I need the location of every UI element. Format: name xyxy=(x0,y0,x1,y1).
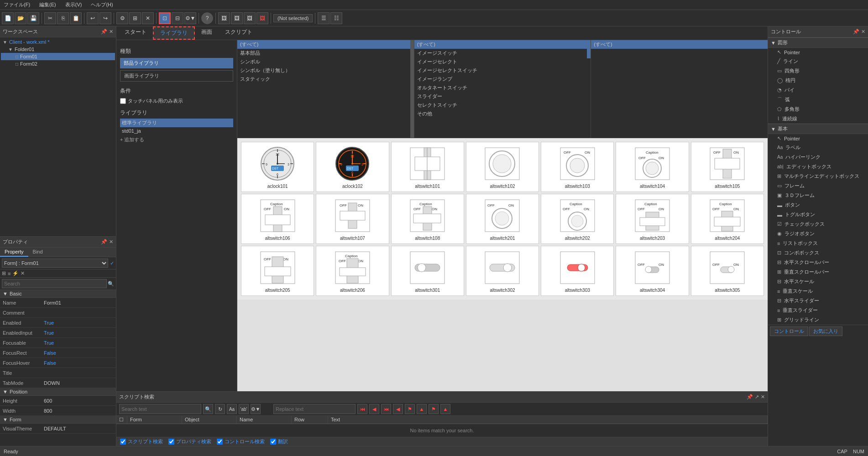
ctrl-ellipse[interactable]: ◯ 楕円 xyxy=(768,76,868,85)
lib-part-aclock102[interactable]: 12 3 6 9 DST xyxy=(316,142,389,192)
tb-redo[interactable]: ↪ xyxy=(99,12,111,24)
menu-file[interactable]: ファイル(F) xyxy=(2,0,32,9)
search-first-btn[interactable]: ⏮ xyxy=(357,404,367,414)
script-search-float[interactable]: ↗ xyxy=(755,394,759,400)
ctrl-basic-collapse[interactable]: ▼ xyxy=(771,126,776,132)
search-down-btn[interactable]: ▲ xyxy=(440,404,450,414)
tree-form02[interactable]: □ Form02 xyxy=(1,60,115,67)
tb-grid[interactable]: ⊞ xyxy=(129,12,141,24)
ctrl-togglebutton[interactable]: ▬ トグルボタン xyxy=(768,210,868,219)
tb-img4[interactable]: 🖼 xyxy=(256,12,268,24)
lib-screen-btn[interactable]: 画面ライブラリ xyxy=(120,70,233,82)
workspace-pin[interactable]: 📌 xyxy=(101,29,107,35)
tree-folder01[interactable]: ▼ Folder01 xyxy=(1,46,115,53)
ctrl-button[interactable]: ▬ ボタン xyxy=(768,200,868,210)
script-search-input[interactable] xyxy=(119,404,201,414)
search-prev-btn[interactable]: ◀ xyxy=(369,404,379,414)
prop-value-enabled[interactable]: True xyxy=(41,320,116,326)
search-filter-btn[interactable]: ⚑ xyxy=(429,404,439,414)
lib-col2-slider[interactable]: スライダー xyxy=(414,92,591,101)
check-trans[interactable]: 翻訳 xyxy=(270,438,288,445)
tb-lib1[interactable]: ⊡ xyxy=(159,12,171,24)
prop-icon-1[interactable]: ⊞ xyxy=(2,270,6,276)
ctrl-pie[interactable]: ◔ パイ xyxy=(768,85,868,95)
prop-group-form-collapse[interactable]: ▼ xyxy=(3,417,8,422)
lib-part-altswitch205[interactable]: OFF ON altswitch205 xyxy=(241,246,314,296)
ctrl-listbox[interactable]: ≡ リストボックス xyxy=(768,238,868,248)
prop-value-height[interactable]: 600 xyxy=(41,398,116,404)
lib-col2-imgswitch[interactable]: イメージスイッチ xyxy=(414,49,591,57)
ctrl-editbox[interactable]: ab| エディットボックス xyxy=(768,162,868,171)
ctrl-frame[interactable]: ▭ フレーム xyxy=(768,181,868,191)
lib-part-altswitch103[interactable]: OFF ON altswitch103 xyxy=(541,142,614,192)
check-prop-input[interactable] xyxy=(168,439,174,445)
lib-part-altswitch304[interactable]: OFF ON altswitch304 xyxy=(616,246,689,296)
lib-part-altswitch202[interactable]: Caption OFF ON altswitch202 xyxy=(541,194,614,244)
tb-settings[interactable]: ⚙ xyxy=(116,12,128,24)
lib-col2-alt[interactable]: オルタネートスイッチ xyxy=(414,83,591,92)
tab-screen[interactable]: 画面 xyxy=(195,26,219,40)
prop-icon-2[interactable]: ≡ xyxy=(8,271,10,276)
prop-value-focusable[interactable]: True xyxy=(41,340,116,346)
ctrl-hscale[interactable]: ⊟ 水平スケール xyxy=(768,277,868,286)
search-next-btn[interactable]: ◀ xyxy=(393,404,403,414)
lib-part-altswitch206[interactable]: Caption OFF ON altswitch206 xyxy=(316,246,389,296)
lib-std-item[interactable]: 標準ライブラリ xyxy=(120,119,233,127)
prop-tab-property[interactable]: Property xyxy=(0,248,28,257)
tb-layout2[interactable]: ☷ xyxy=(330,12,342,24)
ctrl-vscale[interactable]: ≡ 垂直スケール xyxy=(768,286,868,296)
search-mark-btn[interactable]: ⚑ xyxy=(405,404,415,414)
tb-cut[interactable]: ✂ xyxy=(44,12,56,24)
lib-col2-imgselectswitch[interactable]: イメージセレクトスイッチ xyxy=(414,66,591,75)
lib-add-button[interactable]: + 追加する xyxy=(120,136,233,143)
check-ctrl-input[interactable] xyxy=(217,439,223,445)
search-case-btn[interactable]: Aa xyxy=(227,404,237,414)
ctrl-label[interactable]: Aa ラベル xyxy=(768,143,868,152)
prop-value-enabledinput[interactable]: True xyxy=(41,330,116,336)
lib-part-altswitch104[interactable]: Caption OFF ON altswitch104 xyxy=(616,142,689,192)
tb-new[interactable]: 📄 xyxy=(2,12,14,24)
ctrl-arc[interactable]: ⌒ 弧 xyxy=(768,95,868,104)
lib-part-altswitch201[interactable]: OFF ON altswitch201 xyxy=(466,194,539,244)
controls-close[interactable]: ✕ xyxy=(861,29,865,35)
property-pin[interactable]: 📌 xyxy=(101,239,107,245)
tb-copy[interactable]: ⎘ xyxy=(57,12,69,24)
ctrl-pointer2[interactable]: ↖ Pointer xyxy=(768,134,868,143)
search-go-btn[interactable]: 🔍 xyxy=(203,404,213,414)
rbt-favorites[interactable]: お気に入り xyxy=(809,326,842,336)
lib-part-altswitch301[interactable]: altswitch301 xyxy=(391,246,464,296)
script-search-close[interactable]: ✕ xyxy=(761,394,765,400)
lib-part-altswitch106[interactable]: Caption OFF ON altswitch106 xyxy=(241,194,314,244)
lib-part-aclock101[interactable]: 12 3 6 9 DST xyxy=(241,142,314,192)
script-replace-input[interactable] xyxy=(273,404,356,414)
tb-save[interactable]: 💾 xyxy=(27,12,39,24)
ctrl-gridline[interactable]: ⊞ グリッドライン xyxy=(768,315,868,325)
tab-script[interactable]: スクリプト xyxy=(219,26,259,40)
prop-value-focushover[interactable]: False xyxy=(41,360,116,366)
prop-value-tabmode[interactable]: DOWN xyxy=(41,380,116,386)
lib-col2-imglamp[interactable]: イメージランプ xyxy=(414,75,591,83)
search-word-btn[interactable]: 'ab' xyxy=(239,404,249,414)
prop-icon-4[interactable]: ✕ xyxy=(21,270,25,276)
tb-undo[interactable]: ↩ xyxy=(87,12,99,24)
search-options-btn[interactable]: ⚙▼ xyxy=(251,404,261,414)
tab-library[interactable]: ライブラリ xyxy=(153,26,195,40)
lib-col2-all[interactable]: (すべて) xyxy=(414,40,591,49)
tb-img2[interactable]: 🖼 xyxy=(231,12,243,24)
lib-col2-scrollbar[interactable] xyxy=(587,40,591,58)
lib-col1-all[interactable]: (すべて) xyxy=(237,40,414,49)
prop-tab-bind[interactable]: Bind xyxy=(28,248,47,257)
ctrl-polyline[interactable]: ⌇ 連続線 xyxy=(768,114,868,124)
ctrl-line[interactable]: ╱ ライン xyxy=(768,57,868,66)
lib-part-altswitch305[interactable]: OFF ON altswitch305 xyxy=(691,246,764,296)
lib-part-altswitch105[interactable]: OFF ON altswitch105 xyxy=(691,142,764,192)
lib-col1-symbol-nofill[interactable]: シンボル（塗り無し） xyxy=(237,66,414,75)
lib-touchpanel-checkbox[interactable] xyxy=(120,98,126,104)
tb-layout1[interactable]: ☰ xyxy=(318,12,329,24)
menu-view[interactable]: 表示(V) xyxy=(63,0,84,9)
ctrl-combobox[interactable]: ⊡ コンボボックス xyxy=(768,248,868,258)
lib-parts-btn[interactable]: 部品ライブラリ xyxy=(120,58,233,68)
ctrl-pointer1[interactable]: ↖ Pointer xyxy=(768,48,868,57)
lib-col3-all[interactable]: (すべて) xyxy=(591,40,768,49)
prop-group-position-collapse[interactable]: ▼ xyxy=(3,389,8,394)
